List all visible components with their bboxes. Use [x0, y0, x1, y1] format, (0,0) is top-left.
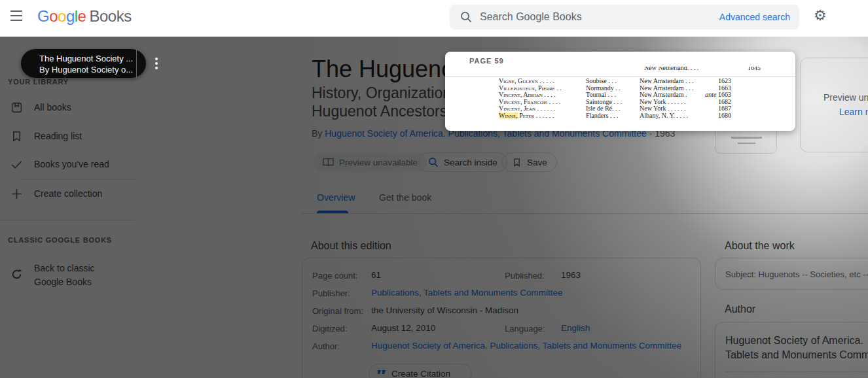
language-label: Language:	[505, 324, 545, 334]
save-bookmark-icon	[512, 158, 522, 167]
sidebar-item-label: All books	[34, 102, 71, 112]
save-button[interactable]: Save	[502, 152, 557, 172]
check-icon	[10, 158, 23, 173]
google-books-logo[interactable]: GoogleBooks	[37, 7, 132, 26]
about-edition-card: Page count: 61 Published: 1963 Publisher…	[302, 258, 701, 378]
page-count-label: Page count:	[312, 271, 357, 281]
sidebar-item-back-to-classic[interactable]: Back to classic Google Books	[0, 262, 144, 288]
search-inside-icon	[428, 157, 439, 167]
author-label: Author:	[312, 341, 340, 351]
author-name-line2: Tablets and Monuments Comm	[725, 349, 868, 361]
search-bar: Advanced search	[450, 5, 799, 29]
open-book-icon	[323, 158, 334, 167]
about-edition-heading: About this edition	[311, 240, 391, 252]
subject-text: Subject: Huguenots -- Societies, etc -- …	[725, 269, 868, 279]
about-work-heading: About the work	[725, 240, 795, 252]
published-value: 1963	[561, 270, 581, 280]
author-section-heading: Author	[725, 303, 755, 315]
plus-icon	[10, 188, 23, 203]
cover-micro-text	[731, 137, 762, 139]
logo-letter: G	[37, 7, 49, 25]
learn-more-link[interactable]: Learn more	[839, 107, 868, 117]
create-citation-label: Create Citation	[391, 369, 450, 378]
book-title: The Huguenot	[312, 56, 461, 83]
bookmark-icon	[10, 130, 23, 145]
digitized-label: Digitized:	[312, 324, 347, 334]
scan-year: 1645	[748, 67, 761, 72]
publisher-link[interactable]: Publications, Tablets and Monuments Comm…	[371, 288, 562, 298]
gear-icon[interactable]: ⚙	[814, 9, 827, 23]
language-link[interactable]: English	[561, 323, 590, 333]
refresh-icon	[10, 268, 23, 283]
sidebar-item-all-books[interactable]: All books	[0, 101, 144, 121]
cover-micro-text	[738, 143, 755, 144]
sidebar-item-create-collection[interactable]: Create collection	[0, 188, 144, 207]
sidebar-item-label: Create collection	[34, 188, 102, 199]
logo-letter: e	[78, 7, 86, 25]
save-label: Save	[527, 158, 547, 167]
search-inside-button[interactable]: Search inside	[418, 152, 507, 172]
sidebar-item-label: Books you've read	[34, 159, 109, 169]
google-books-page: GoogleBooks Advanced search ⚙ YOUR LIBRA…	[0, 0, 868, 378]
preview-unavailable-label: Preview unavailable	[339, 158, 418, 167]
advanced-search-link[interactable]: Advanced search	[719, 12, 790, 22]
book-subtitle-line2: Huguenot Ancestors,	[312, 103, 452, 120]
scan-row: Vincent, Jean . . . . . . Isle de Ré. . …	[499, 105, 731, 112]
quote-icon	[377, 370, 386, 377]
scan-dots: . . . .	[687, 67, 699, 72]
author-link[interactable]: Huguenot Society of America. Publication…	[371, 341, 681, 351]
chip-subtitle: By Huguenot Society o...	[39, 65, 133, 75]
original-from-label: Original from:	[312, 306, 363, 316]
popup-page-label: PAGE 59	[469, 57, 504, 65]
sidebar-section-divider	[0, 220, 136, 220]
author-name-line1: Huguenot Society of America.	[725, 335, 863, 347]
library-icon	[10, 101, 23, 116]
logo-letter: o	[58, 7, 66, 25]
scan-row: Vincent, Francois . . . . Saintonge . . …	[499, 99, 731, 106]
create-citation-button[interactable]: Create Citation	[369, 364, 472, 378]
tabs-divider	[301, 213, 868, 214]
page-count-value: 61	[371, 270, 381, 280]
your-library-label: YOUR LIBRARY	[8, 78, 69, 86]
logo-letter: g	[66, 7, 75, 25]
preview-unavailable-button: Preview unavailable	[314, 152, 427, 172]
sidebar-item-label: Reading list	[34, 131, 82, 141]
popup-divider	[445, 76, 795, 77]
chip-divider	[136, 50, 137, 77]
logo-books-text: Books	[89, 7, 131, 25]
search-input[interactable]	[479, 5, 721, 29]
back-to-classic-line1: Back to classic	[34, 263, 95, 273]
page-preview-popup: PAGE 59 New Netherland . . . . 1645 Vign…	[445, 52, 795, 131]
sidebar-item-books-read[interactable]: Books you've read	[0, 158, 144, 178]
tab-overview[interactable]: Overview	[317, 192, 355, 203]
scan-row: Vincent, Adrian . . . . Tournai . . . Ne…	[499, 92, 731, 99]
logo-letter: o	[49, 7, 58, 25]
classic-google-books-label: CLASSIC GOOGLE BOOKS	[8, 236, 112, 244]
book-subtitle-line1: History, Organization,	[312, 84, 455, 102]
author-card-divider	[725, 371, 868, 372]
tab-get-the-book[interactable]: Get the book	[379, 192, 431, 203]
preview-panel-card	[800, 58, 868, 152]
hamburger-menu-icon[interactable]	[10, 10, 23, 22]
original-from-value: the University of Wisconsin - Madison	[371, 305, 518, 315]
book-title-chip[interactable]: The Huguenot Society ... By Huguenot Soc…	[21, 49, 146, 78]
scan-row: Vigne, Guleyn . . . . . Soubise . . . Ne…	[499, 78, 731, 85]
search-icon	[460, 11, 472, 23]
sidebar-item-reading-list[interactable]: Reading list	[0, 130, 144, 150]
scan-row: Villeponteux, Pierre . . Normandy . . Ne…	[499, 85, 731, 92]
preview-panel-text: Preview unavailable	[823, 92, 868, 103]
digitized-value: August 12, 2010	[371, 323, 435, 333]
scan-row-highlighted: Winne, Peter . . . . . . Flanders . . . …	[499, 112, 731, 120]
published-label: Published:	[505, 271, 545, 281]
back-to-classic-line2: Google Books	[34, 277, 92, 287]
kebab-menu-icon[interactable]	[147, 49, 166, 78]
scan-rows: Vigne, Guleyn . . . . . Soubise . . . Ne…	[499, 78, 731, 120]
app-header: GoogleBooks Advanced search ⚙	[0, 0, 868, 37]
sidebar-divider	[20, 179, 136, 180]
search-inside-label: Search inside	[444, 158, 497, 167]
publisher-label: Publisher:	[312, 288, 350, 298]
byline-prefix: By	[312, 128, 325, 139]
scan-row-clipped: New Netherland . . . . 1645	[644, 67, 761, 75]
chip-title: The Huguenot Society ...	[39, 54, 133, 63]
scan-place: New Netherland	[644, 67, 687, 72]
